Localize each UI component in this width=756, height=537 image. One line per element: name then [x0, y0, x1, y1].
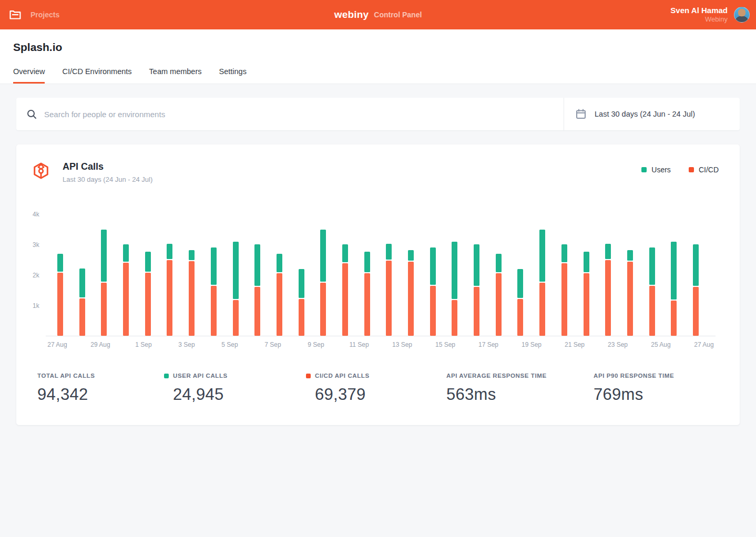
bar[interactable] — [561, 244, 567, 336]
bar-users-segment — [277, 254, 282, 272]
stat-api-average-response-time: API AVERAGE RESPONSE TIME 563ms — [446, 373, 594, 404]
bar-users-segment — [299, 269, 304, 298]
bar[interactable] — [605, 244, 611, 336]
cicd-swatch-icon — [689, 167, 694, 172]
bars-container — [57, 202, 699, 336]
bar-cicd-segment — [299, 299, 304, 336]
bar-users-segment — [57, 254, 63, 272]
x-axis-labels: 27 Aug29 Aug1 Sep3 Sep5 Sep7 Sep9 Sep11 … — [46, 341, 716, 348]
bar-cicd-segment — [539, 283, 545, 336]
bar[interactable] — [693, 244, 699, 336]
bar[interactable] — [584, 252, 589, 336]
users-dot-icon — [164, 374, 169, 378]
avatar[interactable] — [734, 7, 750, 23]
bar[interactable] — [517, 269, 523, 336]
tab-bar: Overview CI/CD Environments Team members… — [13, 67, 743, 84]
bar[interactable] — [452, 242, 457, 336]
stat-value: 563ms — [446, 385, 594, 404]
bar[interactable] — [145, 252, 151, 336]
stat-cicd-api-calls: CI/CD API CALLS 69,379 — [306, 373, 446, 404]
bar-users-segment — [386, 244, 392, 260]
bar-cicd-segment — [145, 273, 151, 336]
bar-cicd-segment — [189, 261, 195, 336]
x-axis-tick-label: 23 Sep — [607, 341, 628, 348]
bar[interactable] — [649, 247, 655, 336]
bar[interactable] — [364, 252, 370, 336]
bar[interactable] — [233, 242, 239, 336]
bar[interactable] — [627, 250, 633, 336]
x-axis-tick-label: 7 Sep — [262, 341, 283, 348]
date-range-button[interactable]: Last 30 days (24 Jun - 24 Jul) — [564, 98, 740, 130]
x-axis-tick-label: 9 Sep — [305, 341, 326, 348]
x-axis-tick-label: 27 Aug — [47, 341, 68, 348]
bar-cicd-segment — [79, 298, 85, 336]
bar-users-segment — [101, 230, 107, 281]
stats-row: TOTAL API CALLS 94,342 USER API CALLS 24… — [16, 348, 740, 404]
legend-item-users[interactable]: Users — [641, 166, 671, 174]
bar[interactable] — [123, 244, 129, 336]
bar-users-segment — [517, 269, 523, 298]
x-axis-tick-label: 29 Aug — [90, 341, 111, 348]
bar[interactable] — [671, 242, 677, 336]
bar[interactable] — [101, 230, 107, 336]
stat-total-api-calls: TOTAL API CALLS 94,342 — [37, 373, 164, 404]
projects-nav-label[interactable]: Projects — [30, 11, 59, 19]
stat-value: 69,379 — [306, 385, 446, 404]
y-axis-tick-label: 3k — [33, 241, 39, 249]
x-axis-tick-label: 3 Sep — [176, 341, 197, 348]
stat-value: 769ms — [594, 385, 674, 404]
tab-team-members[interactable]: Team members — [149, 67, 202, 84]
bar-cicd-segment — [452, 300, 457, 336]
bar-cicd-segment — [386, 261, 392, 336]
stacked-bar-chart: 1k2k3k4k — [46, 202, 716, 336]
page-header: Splash.io Overview CI/CD Environments Te… — [0, 29, 756, 84]
bar[interactable] — [408, 250, 414, 336]
bar[interactable] — [299, 269, 304, 336]
bar[interactable] — [496, 254, 502, 336]
bar-cicd-segment — [584, 273, 589, 336]
bar[interactable] — [189, 250, 195, 336]
bar[interactable] — [474, 244, 479, 336]
bar[interactable] — [79, 268, 85, 336]
bar-users-segment — [474, 244, 479, 286]
bar-users-segment — [189, 250, 195, 261]
bar-cicd-segment — [408, 262, 414, 336]
projects-folder-icon[interactable] — [9, 9, 21, 20]
x-axis-tick-label: 13 Sep — [392, 341, 413, 348]
x-axis-tick-label: 5 Sep — [219, 341, 240, 348]
tab-settings[interactable]: Settings — [219, 67, 247, 84]
bar-users-segment — [320, 230, 326, 281]
bar-users-segment — [496, 254, 502, 272]
page-title: Splash.io — [13, 29, 743, 67]
bar[interactable] — [211, 247, 217, 336]
stat-label: API AVERAGE RESPONSE TIME — [446, 373, 547, 379]
x-axis-tick-label: 21 Sep — [564, 341, 585, 348]
bar[interactable] — [167, 244, 172, 336]
bar-cicd-segment — [101, 283, 107, 336]
bar-cicd-segment — [649, 286, 655, 336]
bar-users-segment — [627, 250, 633, 261]
bar-cicd-segment — [233, 300, 239, 336]
bar-cicd-segment — [671, 301, 677, 336]
bar[interactable] — [342, 244, 348, 336]
bar[interactable] — [254, 244, 260, 336]
bar[interactable] — [320, 230, 326, 336]
stat-label: TOTAL API CALLS — [37, 373, 95, 379]
bar[interactable] — [430, 247, 436, 336]
bar[interactable] — [539, 230, 545, 336]
search-toolbar: Last 30 days (24 Jun - 24 Jul) — [16, 98, 740, 130]
tab-cicd-environments[interactable]: CI/CD Environments — [62, 67, 131, 84]
bar-cicd-segment — [254, 287, 260, 336]
bar-cicd-segment — [277, 273, 282, 336]
bar[interactable] — [277, 254, 282, 336]
bar-users-segment — [539, 230, 545, 281]
bar-cicd-segment — [320, 283, 326, 336]
search-input[interactable] — [44, 110, 553, 119]
bar-cicd-segment — [167, 260, 172, 336]
tab-overview[interactable]: Overview — [13, 67, 45, 84]
legend-item-cicd[interactable]: CI/CD — [689, 166, 719, 174]
bar[interactable] — [386, 244, 392, 336]
bar[interactable] — [57, 254, 63, 336]
date-range-label: Last 30 days (24 Jun - 24 Jul) — [595, 110, 695, 118]
bar-users-segment — [233, 242, 239, 299]
